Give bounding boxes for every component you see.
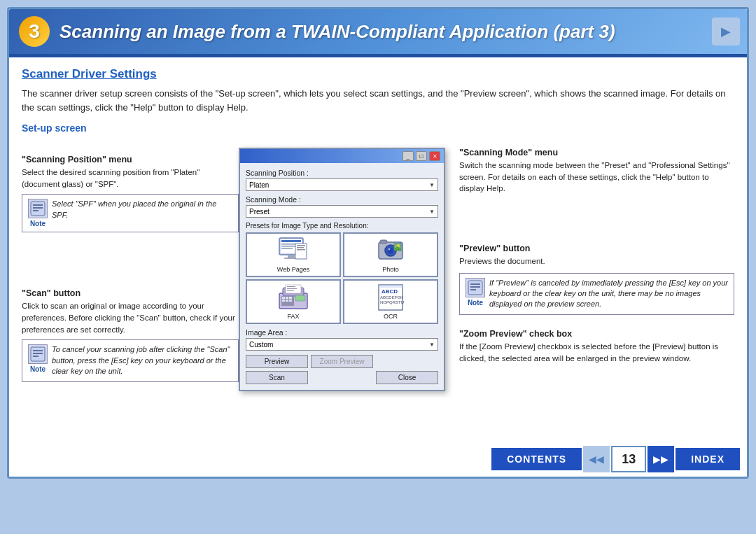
scanning-mode-text: Switch the scanning mode between the "Pr… <box>459 160 734 195</box>
dropdown-arrow-2: ▼ <box>429 209 435 215</box>
note-box-1: Note Select "SPF" when you placed the or… <box>22 194 239 232</box>
image-area-label: Image Area : <box>246 328 438 337</box>
scanning-position-field-label: Scanning Position : <box>246 169 438 177</box>
svg-rect-38 <box>282 300 285 302</box>
header-nav-right[interactable] <box>712 17 740 45</box>
chapter-number: 3 <box>19 16 50 47</box>
svg-rect-35 <box>282 297 285 299</box>
svg-text:ABCDEFGH: ABCDEFGH <box>380 295 403 300</box>
preview-button-annotation: "Preview" button Previews the document. <box>459 244 734 315</box>
note-icon-3 <box>465 278 485 297</box>
scanning-mode-annotation: "Scanning Mode" menu Switch the scanning… <box>459 148 734 195</box>
svg-rect-2 <box>33 207 43 209</box>
svg-rect-49 <box>470 286 480 288</box>
photo-icon <box>373 237 408 265</box>
svg-rect-6 <box>33 353 43 354</box>
close-button[interactable]: ✕ <box>429 151 440 161</box>
scanning-position-field: Scanning Position : Platen ▼ <box>246 169 438 191</box>
scanning-mode-field: Scanning Mode : Preset ▼ <box>246 195 438 218</box>
minimize-button[interactable]: _ <box>402 151 414 161</box>
note-icon-1 <box>28 199 48 218</box>
dialog-bottom-buttons: Scan Close <box>246 371 438 384</box>
scanning-mode-field-label: Scanning Mode : <box>246 195 438 204</box>
svg-rect-17 <box>297 245 305 246</box>
right-annotations: "Scanning Mode" menu Switch the scanning… <box>445 141 734 435</box>
zoom-preview-button[interactable]: Zoom Preview <box>311 355 373 368</box>
dialog-controls: _ □ ✕ <box>402 151 440 161</box>
dialog-body: Scanning Position : Platen ▼ Scanning Mo… <box>240 163 444 390</box>
note-box-2: Note To cancel your scanning job after c… <box>22 339 239 381</box>
scanner-dialog: _ □ ✕ Scanning Position : Platen ▼ <box>239 148 445 391</box>
svg-rect-11 <box>281 244 295 245</box>
nav-next-button[interactable] <box>648 446 674 472</box>
left-annotations: "Scanning Position" menu Select the desi… <box>22 141 239 435</box>
preset-ocr[interactable]: ABCD ABCDEFGH NOPQRSTU OCR <box>343 279 438 324</box>
intro-text: The scanner driver setup screen consists… <box>22 87 734 114</box>
scanner-dialog-col: _ □ ✕ Scanning Position : Platen ▼ <box>239 148 445 435</box>
content-area: Scanner Driver Settings The scanner driv… <box>9 57 747 442</box>
preset-web-pages[interactable]: Web Pages <box>246 232 341 277</box>
svg-point-24 <box>388 248 391 251</box>
index-button[interactable]: INDEX <box>676 448 740 470</box>
svg-rect-36 <box>286 297 288 299</box>
preview-button-title: "Preview" button <box>459 244 734 253</box>
scanning-position-annotation: "Scanning Position" menu Select the desi… <box>22 155 239 232</box>
svg-rect-41 <box>295 295 305 301</box>
image-area-dropdown[interactable]: Custom ▼ <box>246 338 438 351</box>
scanning-position-dropdown[interactable]: Platen ▼ <box>246 178 438 191</box>
section-title: Scanner Driver Settings <box>22 67 734 81</box>
contents-button[interactable]: CONTENTS <box>491 448 582 470</box>
note-label-3: Note <box>468 299 483 307</box>
preview-button[interactable]: Preview <box>246 355 308 368</box>
preset-photo[interactable]: Photo <box>343 232 438 277</box>
svg-rect-1 <box>33 204 43 206</box>
svg-rect-46 <box>379 285 402 288</box>
dropdown-arrow-1: ▼ <box>429 182 435 188</box>
svg-rect-33 <box>287 290 294 291</box>
svg-rect-48 <box>470 283 480 285</box>
zoom-preview-annotation: "Zoom Preview" check box If the [Zoom Pr… <box>459 329 734 364</box>
scanning-position-title: "Scanning Position" menu <box>22 155 239 164</box>
scan-button-annotation: "Scan" button Click to scan an original … <box>22 288 239 381</box>
svg-rect-19 <box>297 249 305 251</box>
dialog-titlebar: _ □ ✕ <box>240 149 444 163</box>
svg-rect-18 <box>297 247 304 248</box>
maximize-button[interactable]: □ <box>416 151 427 161</box>
svg-rect-40 <box>289 300 292 302</box>
scanning-position-text: Select the desired scanning position fro… <box>22 167 239 190</box>
photo-label: Photo <box>382 266 399 273</box>
svg-rect-13 <box>281 248 293 249</box>
note-text-1: Select "SPF" when you placed the origina… <box>52 199 232 220</box>
web-pages-icon <box>276 237 311 265</box>
image-area-field: Image Area : Custom ▼ <box>246 328 438 351</box>
dropdown-arrow-3: ▼ <box>429 342 435 348</box>
page-number: 13 <box>611 446 646 472</box>
zoom-preview-text: If the [Zoom Preview] checkbox is select… <box>459 341 734 364</box>
svg-rect-31 <box>287 286 295 287</box>
fax-icon <box>276 283 311 311</box>
subsection-title: Set-up screen <box>22 122 734 134</box>
close-dialog-button[interactable]: Close <box>376 371 438 384</box>
nav-prev-button[interactable] <box>583 446 610 472</box>
svg-rect-39 <box>286 300 288 302</box>
note-text-3: If "Preview" is canceled by immediately … <box>489 278 728 310</box>
svg-rect-14 <box>288 255 295 258</box>
scanning-mode-dropdown[interactable]: Preset ▼ <box>246 205 438 218</box>
note-icon-2 <box>28 344 48 364</box>
svg-rect-7 <box>33 356 38 357</box>
svg-rect-5 <box>33 350 43 351</box>
preset-fax[interactable]: FAX <box>246 279 341 324</box>
scan-button-title: "Scan" button <box>22 288 239 298</box>
svg-text:ABCD: ABCD <box>382 288 398 295</box>
svg-rect-25 <box>380 240 387 244</box>
note-label-2: Note <box>30 365 46 373</box>
note-label-1: Note <box>30 220 46 227</box>
scan-button-dialog[interactable]: Scan <box>246 371 308 384</box>
page-container: 3 Scanning an Image from a TWAIN-Complia… <box>7 7 749 479</box>
page-title: Scanning an Image from a TWAIN-Compliant… <box>59 21 615 43</box>
svg-rect-32 <box>287 288 297 289</box>
scan-button-text: Click to scan an original or image accor… <box>22 300 239 335</box>
scanning-mode-title: "Scanning Mode" menu <box>459 148 734 157</box>
presets-grid: Web Pages <box>246 232 438 324</box>
preview-button-text: Previews the document. <box>459 255 734 267</box>
